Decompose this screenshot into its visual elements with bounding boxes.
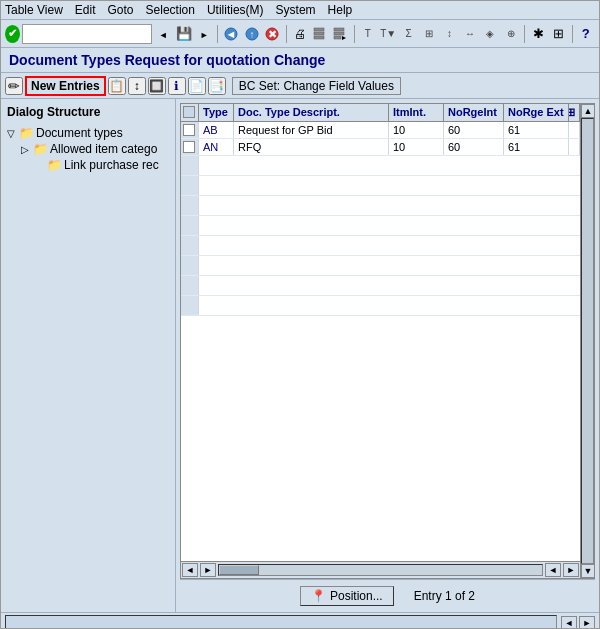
main-content: Dialog Structure ▽ 📁 Document types ▷ 📁 … xyxy=(1,99,599,612)
icon-t4[interactable]: ⊞ xyxy=(420,23,438,45)
vscroll-up-btn[interactable]: ▲ xyxy=(581,104,594,118)
position-button[interactable]: 📍 Position... xyxy=(300,586,394,606)
empty-row xyxy=(181,216,580,236)
hscroll-end-left-btn[interactable]: ◄ xyxy=(545,563,561,577)
position-label: Position... xyxy=(330,589,383,603)
row2-norgeint[interactable]: 60 xyxy=(444,139,504,155)
menu-system[interactable]: System xyxy=(276,3,316,17)
nav-right-icon[interactable] xyxy=(195,23,213,45)
row1-checkbox[interactable] xyxy=(183,124,195,136)
command-input[interactable] xyxy=(22,24,152,44)
tree-item-allowed-cat[interactable]: ▷ 📁 Allowed item catego xyxy=(3,141,173,157)
er4-check xyxy=(181,216,199,235)
table-header: Type Doc. Type Descript. ItmInt. NoRgeIn… xyxy=(181,104,580,122)
svg-text:↑: ↑ xyxy=(249,29,254,40)
exit-icon[interactable]: ↑ xyxy=(243,23,261,45)
row2-desc[interactable]: RFQ xyxy=(234,139,389,155)
tree-item-doc-types[interactable]: ▽ 📁 Document types xyxy=(3,125,173,141)
hscroll-left-btn[interactable]: ◄ xyxy=(182,563,198,577)
doc2-icon[interactable]: 📑 xyxy=(208,77,226,95)
th-desc[interactable]: Doc. Type Descript. xyxy=(234,104,389,121)
row2-itmint[interactable]: 10 xyxy=(389,139,444,155)
er2-content xyxy=(199,176,580,195)
hscroll-thumb[interactable] xyxy=(219,565,259,575)
icon-t6[interactable]: ↔ xyxy=(461,23,479,45)
back-icon[interactable]: ◄ xyxy=(222,23,240,45)
menu-edit[interactable]: Edit xyxy=(75,3,96,17)
folder-icon-doc-types: 📁 xyxy=(19,126,34,140)
nav-left-icon[interactable] xyxy=(154,23,172,45)
status-bar: ◄ ► xyxy=(1,612,599,629)
tree-item-link-purch[interactable]: 📁 Link purchase rec xyxy=(3,157,173,173)
svg-rect-10 xyxy=(334,28,344,31)
row1-norgeint[interactable]: 60 xyxy=(444,122,504,138)
pencil-icon[interactable]: ✏ xyxy=(5,77,23,95)
menu-selection[interactable]: Selection xyxy=(146,3,195,17)
menu-help[interactable]: Help xyxy=(328,3,353,17)
svg-rect-7 xyxy=(314,28,324,31)
icon-t3[interactable]: Σ xyxy=(399,23,417,45)
th-norgeint[interactable]: NoRgeInt xyxy=(444,104,504,121)
sep4 xyxy=(524,25,525,43)
stop-icon[interactable]: ✖ xyxy=(263,23,281,45)
menu-table-view[interactable]: Table View xyxy=(5,3,63,17)
menu-goto[interactable]: Goto xyxy=(108,3,134,17)
table-with-scroll: Type Doc. Type Descript. ItmInt. NoRgeIn… xyxy=(181,104,594,578)
hscroll-track[interactable] xyxy=(218,564,543,576)
icon-t7[interactable]: ◈ xyxy=(481,23,499,45)
sep3 xyxy=(354,25,355,43)
status-text-area xyxy=(5,615,557,630)
hscroll-end-right-btn[interactable]: ► xyxy=(563,563,579,577)
icon-star[interactable]: ✱ xyxy=(529,23,547,45)
th-itmint[interactable]: ItmInt. xyxy=(389,104,444,121)
th-norgeext[interactable]: NoRge Ext xyxy=(504,104,569,121)
icon-cfg[interactable]: ⊞ xyxy=(549,23,567,45)
icon-t5[interactable]: ↕ xyxy=(440,23,458,45)
row1-desc[interactable]: Request for GP Bid xyxy=(234,122,389,138)
th-type[interactable]: Type xyxy=(199,104,234,121)
row1-norgeext[interactable]: 61 xyxy=(504,122,569,138)
find-icon[interactable] xyxy=(311,23,329,45)
icon-t2[interactable]: T▼ xyxy=(379,23,397,45)
vscroll-track[interactable] xyxy=(581,118,594,564)
sep2 xyxy=(286,25,287,43)
sep5 xyxy=(572,25,573,43)
status-scroll-left-btn[interactable]: ◄ xyxy=(561,616,577,630)
new-entries-button[interactable]: New Entries xyxy=(25,76,106,96)
copy-icon[interactable]: 📋 xyxy=(108,77,126,95)
tree-label-allowed: Allowed item catego xyxy=(50,142,157,156)
doc-icon[interactable]: 📄 xyxy=(188,77,206,95)
status-scroll-right-btn[interactable]: ► xyxy=(579,616,595,630)
page-title: Document Types Request for quotation Cha… xyxy=(9,52,325,68)
hscroll-right-btn[interactable]: ► xyxy=(200,563,216,577)
tree-arrow-allowed: ▷ xyxy=(21,144,33,155)
row1-itmint[interactable]: 10 xyxy=(389,122,444,138)
icon-t8[interactable]: ⊕ xyxy=(502,23,520,45)
row2-check[interactable] xyxy=(181,139,199,155)
print-icon[interactable] xyxy=(290,23,308,45)
find-next-icon[interactable] xyxy=(331,23,349,45)
move-icon[interactable]: ↕ xyxy=(128,77,146,95)
ok-icon[interactable]: ✔ xyxy=(5,25,20,43)
bc-set-button[interactable]: BC Set: Change Field Values xyxy=(232,77,401,95)
icon-t1[interactable]: T xyxy=(359,23,377,45)
vscroll-down-btn[interactable]: ▼ xyxy=(581,564,594,578)
row1-type[interactable]: AB xyxy=(199,122,234,138)
table-main: Type Doc. Type Descript. ItmInt. NoRgeIn… xyxy=(181,104,580,578)
menu-utilities[interactable]: Utilities(M) xyxy=(207,3,264,17)
row2-type[interactable]: AN xyxy=(199,139,234,155)
er-check xyxy=(181,156,199,175)
help-icon[interactable]: ? xyxy=(577,23,595,45)
delete-icon[interactable]: 🔲 xyxy=(148,77,166,95)
header-checkbox[interactable] xyxy=(183,106,195,118)
row2-norgeext[interactable]: 61 xyxy=(504,139,569,155)
row1-check[interactable] xyxy=(181,122,199,138)
svg-text:✖: ✖ xyxy=(268,28,277,40)
empty-row xyxy=(181,256,580,276)
save-icon[interactable] xyxy=(175,23,193,45)
info-icon[interactable]: ℹ xyxy=(168,77,186,95)
row2-checkbox[interactable] xyxy=(183,141,195,153)
tree-label-doc-types: Document types xyxy=(36,126,123,140)
svg-marker-13 xyxy=(342,36,346,40)
svg-rect-12 xyxy=(334,36,341,39)
